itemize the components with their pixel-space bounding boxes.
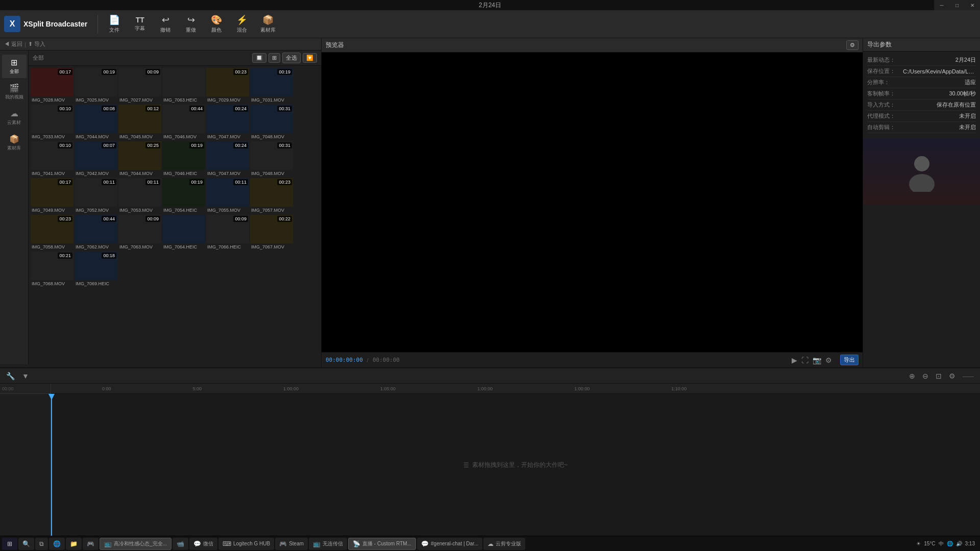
clock: 3:13: [965, 541, 975, 546]
taskbar-bilibili[interactable]: 📺 无连传信: [309, 538, 347, 550]
media-item[interactable]: 00:09 IMG_7066.HEIC: [206, 215, 249, 251]
ruler-mark-2: 1:00:00: [283, 386, 299, 391]
media-thumbnail: 00:12: [118, 105, 161, 133]
preview-settings-btn[interactable]: ⚙: [846, 40, 859, 50]
nav-item-cloud[interactable]: ☁ 云素材: [2, 106, 27, 129]
media-thumbnail: [162, 68, 205, 96]
taskbar-steam[interactable]: 🎮 Steam: [275, 538, 308, 550]
toolbar-color-btn[interactable]: 🎨 颜色: [205, 12, 228, 36]
timeline-empty-message: ☰ 素材拖拽到这里，开始你的大作吧~: [463, 461, 568, 469]
nav-item-my-media[interactable]: 🎬 我的视频: [2, 80, 27, 104]
media-item[interactable]: 00:18 IMG_7069.HEIC: [75, 252, 117, 287]
media-item[interactable]: 00:12 IMG_7045.MOV: [118, 105, 161, 140]
timeline-dropdown-btn[interactable]: ▼: [20, 371, 31, 381]
taskbar-edge[interactable]: 🌐: [49, 538, 65, 550]
media-item[interactable]: 00:19 IMG_7025.MOV: [75, 68, 117, 104]
custom-rtm-label: 直播 - Custom RTM...: [362, 540, 411, 547]
media-item[interactable]: 00:19 IMG_7031.MOV: [250, 68, 293, 104]
media-item[interactable]: IMG_7063.HEIC: [162, 68, 205, 104]
media-item[interactable]: 00:09 IMG_7027.MOV: [118, 68, 161, 104]
window-controls[interactable]: ─ □ ✕: [934, 0, 980, 10]
media-item[interactable]: 00:10 IMG_7033.MOV: [31, 105, 74, 140]
select-all-btn[interactable]: 全选: [282, 53, 301, 63]
taskbar-wechat-video[interactable]: 📺 高冷和性感心态_完全...: [100, 538, 172, 550]
property-row: 保存位置： C:/Users/Kevin/AppData/Local/Jiany…: [867, 66, 976, 77]
media-item[interactable]: 00:07 IMG_7042.MOV: [75, 141, 117, 177]
media-item[interactable]: 00:19 IMG_7046.HEIC: [162, 141, 205, 177]
taskbar-app1[interactable]: 🎮: [83, 538, 99, 550]
snapshot-btn[interactable]: 📷: [813, 356, 821, 364]
media-item[interactable]: 00:22 IMG_7067.MOV: [250, 215, 293, 251]
media-item[interactable]: 00:31 IMG_7048.MOV: [250, 141, 293, 177]
nav-item-all[interactable]: ⊞ 全部: [2, 55, 27, 78]
taskbar-search[interactable]: 🔍: [18, 538, 34, 550]
app1-icon: 🎮: [87, 540, 94, 547]
media-item[interactable]: 00:44 IMG_7046.MOV: [162, 105, 205, 140]
grid-view-btn[interactable]: 🔲: [252, 53, 266, 63]
maximize-button[interactable]: □: [949, 0, 965, 10]
prop-value: 未开启: [903, 123, 976, 131]
media-item[interactable]: 00:24 IMG_7047.MOV: [206, 141, 249, 177]
taskbar-custom-rtm[interactable]: 📡 直播 - Custom RTM...: [348, 538, 416, 550]
property-row: 自动剪辑： 未开启: [867, 122, 976, 133]
zoom-in-btn[interactable]: ⊕: [907, 371, 917, 381]
minimize-button[interactable]: ─: [934, 0, 949, 10]
settings-tl-btn[interactable]: ⚙: [947, 371, 958, 381]
settings-btn[interactable]: ⚙: [825, 356, 832, 364]
wechat-video2-icon: 📹: [177, 540, 184, 547]
media-item[interactable]: 00:19 IMG_7054.HEIC: [162, 178, 205, 214]
toolbar-file-btn[interactable]: 📄 文件: [103, 12, 126, 36]
zoom-out-btn[interactable]: ⊖: [920, 371, 930, 381]
list-view-btn[interactable]: ⊞: [268, 53, 280, 63]
toolbar-mix-btn[interactable]: ⚡ 混合: [231, 12, 253, 36]
media-item[interactable]: 00:17 IMG_7028.MOV: [31, 68, 74, 104]
taskbar-wechat-video2[interactable]: 📹: [173, 538, 188, 550]
media-item[interactable]: 00:11 IMG_7053.MOV: [118, 178, 161, 214]
close-button[interactable]: ✕: [965, 0, 980, 10]
export-btn[interactable]: 导出: [840, 355, 859, 365]
right-panel: 导出参数 最新动态： 2月24日 保存位置： C:/Users/Kevin/Ap…: [863, 38, 980, 367]
nav-item-materials[interactable]: 📦 素材库: [2, 131, 27, 155]
taskbar-cloud-pro[interactable]: ☁ 云剪专业版: [483, 538, 525, 550]
media-item[interactable]: 00:24 IMG_7047.MOV: [206, 105, 249, 140]
sort-btn[interactable]: 🔽: [303, 53, 317, 63]
breadcrumb-import[interactable]: ⬆ 导入: [28, 40, 45, 48]
media-item[interactable]: 00:25 IMG_7044.MOV: [118, 141, 161, 177]
media-grid: 00:17 IMG_7028.MOV 00:19 IMG_7025.MOV 00…: [29, 66, 321, 364]
media-name: IMG_7062.MOV: [75, 243, 117, 251]
media-item[interactable]: 00:21 IMG_7068.MOV: [31, 252, 74, 287]
fit-btn[interactable]: ⊡: [934, 371, 944, 381]
media-item[interactable]: 00:09 IMG_7063.MOV: [118, 215, 161, 251]
media-item[interactable]: 00:23 IMG_7057.MOV: [250, 178, 293, 214]
media-item[interactable]: IMG_7064.HEIC: [162, 215, 205, 251]
breadcrumb-home[interactable]: ◀ 返回: [4, 40, 22, 48]
timeline-tool-btn[interactable]: 🔧: [4, 371, 17, 381]
media-item[interactable]: 00:44 IMG_7062.MOV: [75, 215, 117, 251]
left-nav: ⊞ 全部 🎬 我的视频 ☁ 云素材 📦 素材库: [0, 51, 29, 364]
play-button[interactable]: ▶: [792, 356, 797, 364]
taskbar-wechat[interactable]: 💬 微信: [189, 538, 217, 550]
media-item[interactable]: 00:17 IMG_7049.MOV: [31, 178, 74, 214]
taskbar-general-chat[interactable]: 💬 #general-chat | Dar...: [417, 538, 482, 550]
media-item[interactable]: 00:23 IMG_7029.MOV: [206, 68, 249, 104]
media-item[interactable]: 00:31 IMG_7048.MOV: [250, 105, 293, 140]
taskbar-explorer[interactable]: 📁: [66, 538, 82, 550]
toolbar-redo-btn[interactable]: ↪ 重做: [180, 12, 202, 36]
media-item[interactable]: 00:23 IMG_7058.MOV: [31, 215, 74, 251]
start-button[interactable]: ⊞: [2, 538, 17, 550]
toolbar-materials-btn[interactable]: 📦 素材库: [256, 12, 280, 36]
cloud-pro-icon: ☁: [487, 540, 494, 547]
toolbar-text-btn[interactable]: TT 字幕: [129, 14, 151, 34]
toolbar-undo-btn[interactable]: ↩ 撤销: [154, 12, 177, 36]
media-name: IMG_7025.MOV: [75, 96, 117, 104]
media-item[interactable]: 00:10 IMG_7041.MOV: [31, 141, 74, 177]
media-item[interactable]: 00:08 IMG_7044.MOV: [75, 105, 117, 140]
media-item[interactable]: 00:11 IMG_7052.MOV: [75, 178, 117, 214]
track-labels: 00:00: [0, 384, 51, 536]
taskbar-taskview[interactable]: ⧉: [35, 538, 48, 550]
media-item[interactable]: 00:11 IMG_7055.MOV: [206, 178, 249, 214]
taskbar-logitech[interactable]: ⌨ Logitech G HUB: [218, 538, 274, 550]
fullscreen-btn[interactable]: ⛶: [801, 356, 808, 364]
ruler-mark-6: 1:10:00: [671, 386, 687, 391]
media-thumbnail: 00:11: [206, 178, 249, 207]
